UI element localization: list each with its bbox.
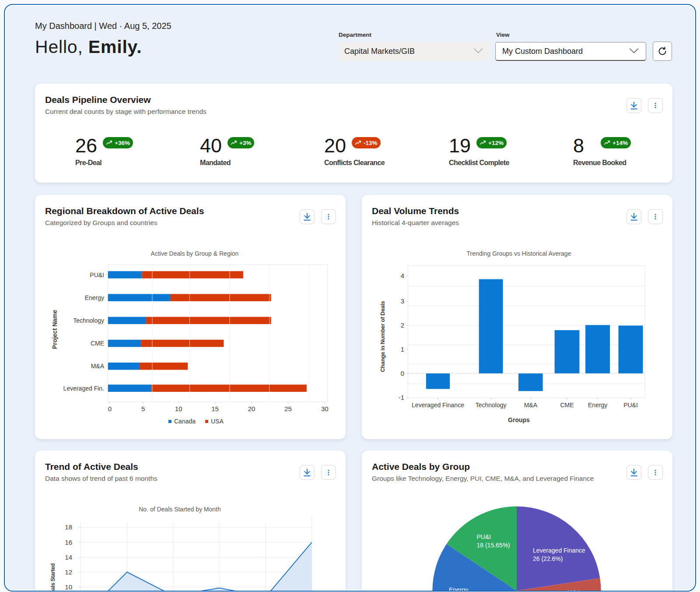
svg-text:Leveraged Finance: Leveraged Finance (412, 402, 464, 409)
svg-text:Project Name: Project Name (51, 310, 58, 349)
svg-text:Technology: Technology (73, 317, 104, 324)
svg-text:18: 18 (65, 523, 72, 531)
svg-text:M&A: M&A (567, 589, 581, 592)
svg-text:Energy: Energy (588, 402, 607, 409)
svg-text:12: 12 (65, 568, 72, 576)
svg-text:CME: CME (91, 340, 104, 347)
svg-text:PU&I: PU&I (477, 533, 491, 540)
svg-text:Leveraged Fin.: Leveraged Fin. (63, 385, 104, 392)
svg-text:Trending Groups vs Historical: Trending Groups vs Historical Average (467, 250, 571, 257)
svg-text:Leveraged Finance: Leveraged Finance (533, 547, 585, 554)
svg-text:Change in Number of Deals: Change in Number of Deals (379, 301, 386, 372)
svg-text:Technology: Technology (476, 402, 507, 409)
svg-text:2: 2 (401, 321, 404, 329)
svg-text:20: 20 (248, 405, 256, 412)
svg-text:10: 10 (175, 405, 182, 412)
svg-text:0: 0 (401, 370, 404, 377)
svg-text:CME: CME (560, 402, 574, 409)
svg-text:16: 16 (65, 539, 72, 546)
svg-text:Groups: Groups (508, 416, 530, 423)
svg-text:Energy: Energy (85, 294, 104, 301)
svg-text:3: 3 (401, 297, 404, 305)
svg-text:15: 15 (211, 405, 219, 412)
svg-text:0: 0 (108, 405, 112, 412)
svg-text:30: 30 (321, 405, 329, 412)
svg-text:Canada: Canada (174, 418, 196, 425)
svg-text:25: 25 (284, 405, 292, 412)
svg-text:Energy: Energy (449, 586, 468, 592)
svg-text:M&A: M&A (524, 402, 538, 409)
svg-text:Active Deals by Group & Region: Active Deals by Group & Region (151, 250, 239, 257)
svg-text:No. of Deals Started: No. of Deals Started (49, 563, 56, 592)
svg-text:1: 1 (401, 345, 404, 353)
svg-text:-1: -1 (399, 394, 404, 401)
svg-text:4: 4 (401, 272, 404, 279)
svg-text:M&A: M&A (91, 363, 105, 370)
svg-text:10: 10 (65, 583, 72, 591)
svg-text:PU&I: PU&I (623, 402, 638, 409)
svg-text:26 (22.6%): 26 (22.6%) (533, 555, 563, 562)
svg-text:18 (15.65%): 18 (15.65%) (477, 542, 510, 549)
svg-text:No. of Deals Started by Month: No. of Deals Started by Month (139, 506, 221, 513)
svg-text:USA: USA (211, 418, 224, 425)
svg-text:5: 5 (141, 405, 145, 412)
svg-text:14: 14 (65, 553, 72, 561)
svg-text:PU&I: PU&I (90, 271, 104, 278)
